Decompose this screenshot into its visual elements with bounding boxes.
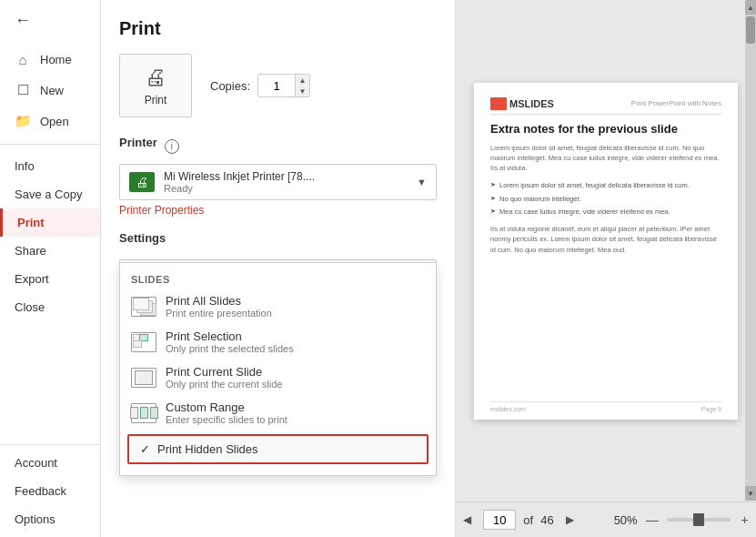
dropdown-item-hidden-slides[interactable]: ✓ Print Hidden Slides: [127, 434, 428, 464]
preview-page: MSLIDES Print PowerPoint with Notes Extr…: [474, 83, 738, 420]
copies-area: Copies: ▲ ▼: [210, 74, 310, 97]
dropdown-group-label: Slides: [120, 270, 436, 289]
page-bullet-3: ➤ Mea cu case ludus integre, vide videre…: [490, 207, 721, 217]
page-main-title: Extra notes for the previous slide: [490, 122, 721, 136]
dropdown-item-range[interactable]: Custom Range Enter specific slides to pr…: [120, 395, 436, 431]
sidebar-item-info[interactable]: Info: [0, 152, 100, 180]
zoom-thumb: [693, 513, 704, 526]
sidebar-item-home[interactable]: ⌂ Home: [0, 45, 100, 75]
copies-label: Copies:: [210, 79, 250, 93]
dropdown-item-selection[interactable]: Print Selection Only print the selected …: [120, 324, 436, 360]
footer-right: Page 9: [701, 406, 721, 412]
copies-input[interactable]: [258, 75, 295, 96]
printer-status: Ready: [164, 183, 408, 194]
item-desc: Only print the current slide: [166, 379, 425, 390]
printer-info: Mi Wireless Inkjet Printer [78.... Ready: [164, 170, 408, 194]
page-title: Print: [119, 18, 437, 39]
zoom-percent: 50%: [614, 513, 638, 527]
info-icon[interactable]: i: [165, 139, 179, 154]
page-footer: mslides.com Page 9: [490, 401, 721, 412]
copies-decrement[interactable]: ▼: [295, 86, 309, 96]
open-icon: 📁: [15, 113, 31, 129]
printer-color-icon: 🖨: [129, 172, 155, 192]
scroll-up-button[interactable]: ▲: [745, 0, 756, 15]
page-header: MSLIDES Print PowerPoint with Notes: [490, 97, 721, 115]
sidebar-item-export[interactable]: Export: [0, 265, 100, 293]
page-body-text-2: IIs at viduta regione dicanef, eum et al…: [490, 224, 721, 282]
scroll-down-button[interactable]: ▼: [745, 486, 756, 501]
dropdown-item-all-text: Print All Slides Print entire presentati…: [166, 294, 425, 319]
zoom-slider[interactable]: [667, 518, 731, 522]
sidebar-item-share[interactable]: Share: [0, 237, 100, 265]
slides-dropdown-panel: Slides Print All Slides Print entire pre…: [119, 262, 437, 476]
bullet-text-3: Mea cu case ludus integre, vide viderer …: [499, 207, 670, 217]
logo-icon: [490, 97, 507, 110]
sidebar-item-save-copy[interactable]: Save a Copy: [0, 180, 100, 208]
page-of-label: of: [523, 513, 533, 527]
item-title: Custom Range: [166, 400, 425, 414]
sidebar-item-options[interactable]: Options: [0, 505, 100, 533]
sidebar-nav: ⌂ Home ☐ New 📁 Open Info Save a Copy Pri…: [0, 41, 100, 325]
export-label: Export: [15, 272, 49, 286]
sidebar-item-open[interactable]: 📁 Open: [0, 106, 100, 137]
printer-icon: 🖨: [145, 65, 166, 90]
print-label: Print: [17, 216, 45, 229]
item-title: Print Current Slide: [166, 365, 425, 379]
page-bullet-2: ➤ No quo maiorum intelleget.: [490, 194, 721, 204]
page-body-text-1: Lorem ipsum dolor sit amet, feugiat deli…: [490, 143, 721, 174]
print-button[interactable]: 🖨 Print: [119, 54, 192, 117]
new-icon: ☐: [15, 82, 31, 98]
printer-selector[interactable]: 🖨 Mi Wireless Inkjet Printer [78.... Rea…: [119, 164, 437, 200]
item-desc: Print entire presentation: [166, 308, 425, 319]
bullet-icon: ➤: [490, 208, 496, 217]
hidden-slides-label: Print Hidden Slides: [157, 442, 258, 456]
dropdown-item-all[interactable]: Print All Slides Print entire presentati…: [120, 289, 436, 324]
back-button[interactable]: ←: [0, 0, 100, 41]
printer-properties-link[interactable]: Printer Properties: [119, 204, 437, 217]
preview-area: ▲ ▼ MSLIDES Print PowerPoint with Notes …: [456, 0, 756, 537]
sidebar-divider: [0, 144, 100, 145]
back-icon: ←: [15, 11, 31, 30]
print-panel: Print 🖨 Print Copies: ▲ ▼ Printer i 🖨: [101, 0, 456, 537]
zoom-in-button[interactable]: +: [736, 511, 754, 529]
home-icon: ⌂: [15, 52, 31, 67]
copies-input-wrap: ▲ ▼: [257, 74, 310, 97]
sidebar-item-feedback[interactable]: Feedback: [0, 477, 100, 505]
share-label: Share: [15, 244, 46, 258]
item-title: Print Selection: [166, 329, 425, 343]
options-label: Options: [15, 512, 55, 526]
sidebar-item-close[interactable]: Close: [0, 293, 100, 321]
settings-label: Settings: [119, 231, 166, 245]
close-label: Close: [15, 300, 45, 314]
slide-all-icon: [131, 297, 156, 317]
sidebar-bottom: Account Feedback Options: [0, 444, 100, 537]
preview-scroll-area: MSLIDES Print PowerPoint with Notes Extr…: [456, 0, 756, 502]
printer-section-header: Printer i: [119, 136, 437, 157]
next-page-button[interactable]: ▶: [561, 511, 580, 529]
logo-text: MSLIDES: [509, 98, 554, 109]
sidebar-item-new[interactable]: ☐ New: [0, 75, 100, 106]
item-desc: Only print the selected slides: [166, 343, 425, 354]
copies-increment[interactable]: ▲: [295, 75, 309, 86]
current-page-input[interactable]: [483, 510, 516, 530]
sidebar-item-account[interactable]: Account: [0, 449, 100, 477]
printer-name: Mi Wireless Inkjet Printer [78....: [164, 170, 408, 183]
sidebar-item-label: Home: [40, 53, 72, 66]
footer-left: mslides.com: [490, 406, 526, 412]
scroll-thumb[interactable]: [746, 16, 755, 44]
save-copy-label: Save a Copy: [15, 187, 82, 201]
preview-scrollbar[interactable]: ▲ ▼: [745, 0, 756, 501]
prev-page-button[interactable]: ◀: [458, 511, 476, 529]
item-title: Print All Slides: [166, 294, 425, 308]
bullet-icon: ➤: [490, 181, 496, 190]
feedback-label: Feedback: [15, 484, 66, 498]
sidebar: ← ⌂ Home ☐ New 📁 Open Info Save a Copy P…: [0, 0, 101, 537]
printer-chevron-icon: ▼: [417, 177, 427, 187]
info-label: Info: [15, 159, 35, 173]
copies-spinners: ▲ ▼: [295, 75, 309, 96]
bullet-text-2: No quo maiorum intelleget.: [499, 194, 581, 204]
sidebar-item-print[interactable]: Print: [0, 208, 100, 237]
dropdown-item-range-text: Custom Range Enter specific slides to pr…: [166, 400, 425, 425]
dropdown-item-current[interactable]: Print Current Slide Only print the curre…: [120, 360, 436, 395]
zoom-out-button[interactable]: —: [643, 511, 661, 529]
